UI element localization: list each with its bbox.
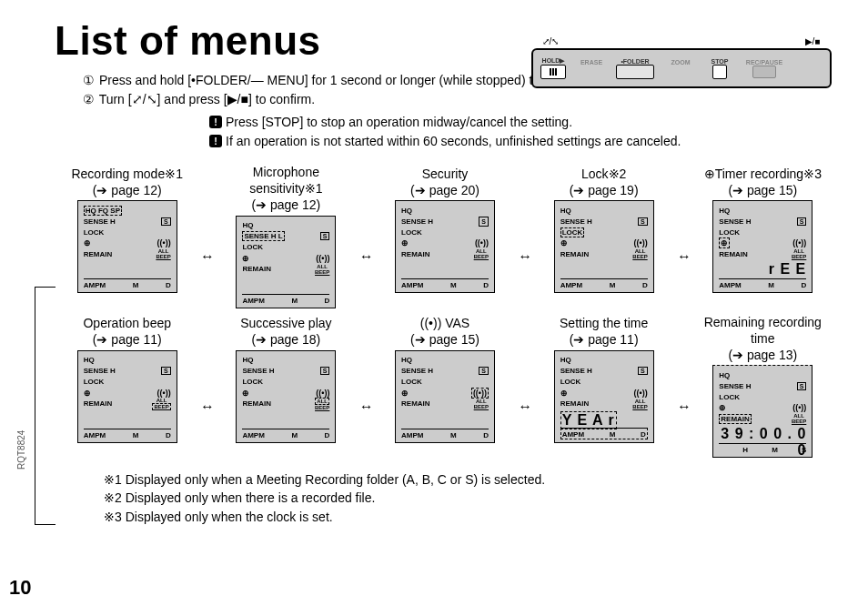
menu-item: Recording mode※1 (➔ page 12) HQ FQ SP SE… — [58, 164, 196, 293]
lcd-screen: HQ SENSE H LS LOCK ⊕((•)) REMAIN ALL BEE… — [236, 216, 336, 308]
lcd-screen: HQ SENSE HS LOCK ⊕((•)) REMAIN ALL BEEP … — [554, 350, 654, 443]
menu-item: Security (➔ page 20) HQ SENSE HS LOCK ⊕(… — [376, 164, 513, 293]
menu-label: ⊕Timer recording※3 (➔ page 15) — [704, 164, 822, 198]
menu-label: ((•)) VAS (➔ page 15) — [410, 314, 479, 348]
loop-connector-icon — [35, 287, 56, 525]
lcd-screen: HQ SENSE HS LOCK ⊕((•)) REMAIN ALL BEEP … — [395, 200, 495, 293]
device-left-arrow-label: ⤢/⤡ — [537, 36, 564, 46]
menu-label: Security (➔ page 20) — [410, 164, 479, 198]
footnote-2: ※2 Displayed only when there is a record… — [104, 489, 832, 507]
footnote-1: ※1 Displayed only when a Meeting Recordi… — [104, 470, 832, 489]
menu-label: Setting the time (➔ page 11) — [560, 314, 648, 348]
footnote-3: ※3 Displayed only when the clock is set. — [104, 508, 832, 526]
nav-arrow-icon: ↔ — [355, 399, 376, 415]
menu-label: Successive play (➔ page 18) — [240, 314, 331, 348]
hold-slider-icon — [540, 65, 566, 79]
page: List of menus ⤢/⤡ ▶/■ HOLD▶ ERASE •FOLDE… — [0, 0, 868, 616]
note2: If an operation is not started within 60… — [226, 134, 681, 148]
recpause-button-icon — [752, 66, 776, 78]
menu-item: Operation beep (➔ page 11) HQ SENSE HS L… — [58, 314, 196, 443]
nav-arrow-icon: ↔ — [514, 399, 535, 415]
step2-num: ② — [82, 90, 96, 109]
alert-icon: ! — [209, 116, 222, 128]
device-right-arrow-label: ▶/■ — [799, 36, 826, 46]
nav-arrow-icon: ↔ — [672, 399, 693, 415]
note1: Press [STOP] to stop an operation midway… — [226, 115, 572, 129]
nav-arrow-icon: ↔ — [196, 399, 217, 415]
menu-item: ((•)) VAS (➔ page 15) HQ SENSE HS LOCK ⊕… — [376, 314, 513, 443]
nav-arrow-icon: ↔ — [672, 248, 693, 265]
device-folder-label: •FOLDER — [621, 58, 649, 65]
menu-grid: Recording mode※1 (➔ page 12) HQ FQ SP SE… — [55, 164, 832, 458]
menu-row-2: Operation beep (➔ page 11) HQ SENSE HS L… — [58, 314, 832, 459]
stop-button-icon — [712, 65, 727, 79]
device-hold-label: HOLD▶ — [542, 57, 565, 65]
lcd-screen: HQ SENSE HS LOCK ⊕((•)) REMAIN ALL BEEP … — [236, 350, 336, 443]
menu-label: Lock※2 (➔ page 19) — [570, 164, 639, 198]
lcd-screen: HQ FQ SP SENSE HS LOCK ⊕((•)) REMAIN ALL… — [77, 200, 177, 293]
nav-arrow-icon: ↔ — [514, 248, 535, 265]
lcd-screen: HQ SENSE HS LOCK ⊕((•)) REMAIN ALL BEEP … — [554, 200, 654, 293]
menu-item: Remaining recording time (➔ page 13) HQ … — [694, 314, 832, 459]
lcd-screen: HQ SENSE HS LOCK ⊕((•)) REMAIN ALL BEEP … — [77, 350, 177, 443]
menu-label: Recording mode※1 (➔ page 12) — [71, 164, 183, 198]
device-recpause-label: REC/PAUSE — [746, 59, 782, 66]
menu-item: Setting the time (➔ page 11) HQ SENSE HS… — [535, 314, 672, 443]
nav-arrow-icon: ↔ — [196, 248, 217, 265]
device-stop-label: STOP — [712, 58, 729, 65]
menu-item: Successive play (➔ page 18) HQ SENSE HS … — [217, 314, 355, 443]
nav-arrow-icon: ↔ — [355, 248, 376, 265]
page-number: 10 — [9, 576, 31, 600]
device-erase-label: ERASE — [580, 59, 602, 66]
footnotes: ※1 Displayed only when a Meeting Recordi… — [104, 470, 832, 526]
lcd-screen: HQ SENSE HS LOCK ⊕((•)) REMAIN ALL BEEP … — [395, 350, 495, 443]
device-zoom-label: ZOOM — [671, 59, 691, 66]
device-illustration: ⤢/⤡ ▶/■ HOLD▶ ERASE •FOLDER ZOOM STOP — [531, 36, 832, 88]
menu-row-1: Recording mode※1 (➔ page 12) HQ FQ SP SE… — [58, 164, 832, 308]
alert-icon: ! — [209, 135, 222, 147]
menu-item: ⊕Timer recording※3 (➔ page 15) HQ SENSE … — [694, 164, 832, 293]
menu-label: Microphone sensitivity※1 (➔ page 12) — [217, 164, 355, 214]
step2-text: Turn [⤢/⤡] and press [▶/■] to confirm. — [99, 92, 315, 106]
lcd-screen: HQ SENSE HS LOCK ⊕((•)) REMAIN ALL BEEP … — [712, 365, 812, 458]
folder-button-icon — [616, 65, 654, 79]
menu-item: Lock※2 (➔ page 19) HQ SENSE HS LOCK ⊕((•… — [535, 164, 672, 293]
menu-item: Microphone sensitivity※1 (➔ page 12) HQ … — [217, 164, 355, 308]
menu-label: Operation beep (➔ page 11) — [83, 314, 171, 348]
lcd-screen: HQ SENSE HS LOCK ⊕((•)) REMAIN ALL BEEP … — [712, 200, 812, 293]
caution-notes: !Press [STOP] to stop an operation midwa… — [209, 113, 832, 151]
step1-num: ① — [82, 71, 96, 90]
menu-label: Remaining recording time (➔ page 13) — [694, 314, 832, 364]
doc-code: RQT8824 — [16, 430, 26, 470]
